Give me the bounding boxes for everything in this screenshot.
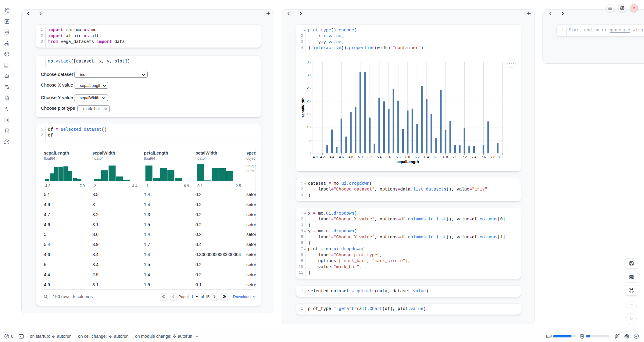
svg-text:7.8: 7.8	[491, 155, 495, 159]
svg-text:4.4: 4.4	[330, 155, 334, 159]
svg-text:5.2: 5.2	[367, 155, 372, 159]
svg-text:6.4: 6.4	[424, 155, 429, 159]
svg-text:8.0: 8.0	[498, 155, 502, 159]
svg-text:35: 35	[307, 60, 310, 64]
svg-text:4.0: 4.0	[313, 155, 317, 159]
svg-text:10: 10	[307, 125, 310, 129]
svg-text:25: 25	[307, 86, 310, 90]
svg-text:6.6: 6.6	[434, 155, 438, 159]
svg-text:15: 15	[307, 112, 310, 116]
svg-text:5.6: 5.6	[386, 155, 391, 159]
svg-text:sepalLength: sepalLength	[396, 160, 419, 164]
svg-text:6.2: 6.2	[415, 155, 419, 159]
svg-text:sepalWidth: sepalWidth	[301, 98, 305, 118]
svg-text:30: 30	[307, 73, 310, 77]
svg-text:4.2: 4.2	[320, 155, 325, 159]
svg-text:5.8: 5.8	[396, 155, 400, 159]
svg-text:5: 5	[309, 138, 310, 142]
svg-text:0: 0	[309, 151, 310, 155]
svg-text:7.2: 7.2	[462, 155, 467, 159]
svg-text:6.8: 6.8	[443, 155, 448, 159]
svg-text:4.6: 4.6	[339, 155, 344, 159]
svg-text:7.6: 7.6	[481, 155, 486, 159]
svg-text:7.0: 7.0	[453, 155, 457, 159]
svg-text:5.0: 5.0	[358, 155, 363, 159]
svg-text:6.0: 6.0	[405, 155, 410, 159]
svg-text:4.8: 4.8	[349, 155, 353, 159]
svg-text:5.4: 5.4	[377, 155, 381, 159]
svg-text:20: 20	[307, 99, 310, 103]
svg-text:7.4: 7.4	[472, 155, 476, 159]
